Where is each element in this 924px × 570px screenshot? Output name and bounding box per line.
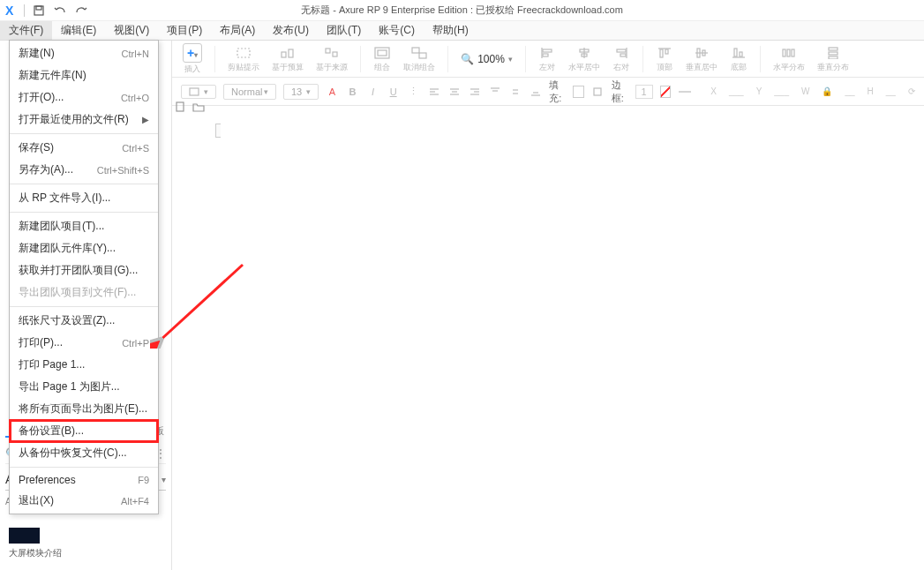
- page-icon[interactable]: [175, 101, 185, 115]
- style-select[interactable]: Normal▾: [223, 84, 276, 100]
- filemenu-item[interactable]: 将所有页面导出为图片(E)...: [10, 398, 158, 420]
- svg-rect-51: [594, 88, 601, 95]
- valign-mid-icon[interactable]: [508, 83, 522, 101]
- menu-arrange[interactable]: 布局(A): [211, 21, 264, 40]
- menu-edit[interactable]: 编辑(E): [52, 21, 105, 40]
- fontcolor-button[interactable]: A: [326, 83, 339, 101]
- filemenu-item[interactable]: 新建团队元件库(Y)...: [10, 237, 158, 259]
- svg-rect-22: [665, 49, 668, 54]
- svg-rect-8: [378, 50, 387, 56]
- widget-thumbnail[interactable]: [9, 528, 40, 544]
- align-hcenter[interactable]: 水平居中: [568, 45, 600, 73]
- menu-account[interactable]: 账号(C): [370, 21, 424, 40]
- dim-x: X: [710, 86, 717, 96]
- dim-h: H: [868, 86, 874, 96]
- svg-rect-18: [617, 49, 626, 52]
- align-left-text-icon[interactable]: [427, 83, 440, 101]
- bold-button[interactable]: B: [346, 83, 359, 101]
- menu-project[interactable]: 项目(P): [158, 21, 211, 40]
- svg-rect-3: [282, 52, 286, 57]
- svg-rect-12: [543, 49, 552, 52]
- dim-y: Y: [756, 86, 762, 96]
- align-right-text-icon[interactable]: [468, 83, 481, 101]
- tool-ungroup[interactable]: 取消组合: [403, 45, 435, 73]
- rotate-icon[interactable]: ⟳: [908, 86, 915, 96]
- filemenu-item[interactable]: 打开最近使用的文件(R)▶: [10, 109, 158, 131]
- svg-rect-9: [412, 48, 419, 53]
- border-swatch[interactable]: [660, 86, 672, 98]
- undo-icon[interactable]: [52, 3, 68, 19]
- shape-select[interactable]: ▾: [181, 85, 216, 99]
- underline-button[interactable]: U: [387, 83, 400, 101]
- tool-source[interactable]: 基于来源: [316, 45, 348, 73]
- filemenu-item[interactable]: 打开(O)...Ctrl+O: [10, 86, 158, 109]
- filemenu-item[interactable]: 保存(S)Ctrl+S: [10, 137, 158, 159]
- menu-publish[interactable]: 发布(U): [264, 21, 318, 40]
- valign-top-icon[interactable]: [488, 83, 501, 101]
- tool-budget[interactable]: 基于预算: [272, 45, 304, 73]
- align-right[interactable]: 右对: [612, 45, 630, 73]
- svg-rect-30: [787, 49, 790, 56]
- align-top[interactable]: 顶部: [656, 45, 673, 73]
- svg-rect-33: [829, 52, 838, 55]
- filemenu-item[interactable]: 打印 Page 1...: [10, 354, 158, 376]
- distribute-h[interactable]: 水平分布: [773, 45, 805, 73]
- distribute-v[interactable]: 垂直分布: [817, 45, 849, 73]
- chevron-down-icon: ▾: [162, 475, 166, 484]
- filemenu-item[interactable]: PreferencesF9: [10, 470, 158, 490]
- menu-view[interactable]: 视图(V): [105, 21, 158, 40]
- fill-swatch[interactable]: [573, 86, 584, 98]
- lock-icon[interactable]: 🔒: [822, 86, 832, 96]
- separator: [214, 46, 215, 72]
- redo-icon[interactable]: [73, 3, 89, 19]
- menu-team[interactable]: 团队(T): [318, 21, 370, 40]
- svg-rect-19: [620, 54, 626, 56]
- svg-rect-32: [829, 48, 838, 50]
- svg-rect-2: [237, 49, 250, 57]
- folder-icon[interactable]: [192, 101, 205, 115]
- svg-rect-10: [419, 53, 426, 58]
- filemenu-item[interactable]: 导出 Page 1 为图片...: [10, 376, 158, 398]
- filemenu-item[interactable]: 获取并打开团队项目(G)...: [10, 259, 158, 281]
- filemenu-item[interactable]: 备份设置(B)...: [10, 420, 158, 442]
- widget-label: 大屏模块介绍: [9, 547, 62, 559]
- dim-w: W: [801, 86, 809, 96]
- window-title: 无标题 - Axure RP 9 Enterprise Edition : 已授…: [301, 4, 623, 17]
- filemenu-item[interactable]: 纸张尺寸及设置(Z)...: [10, 310, 158, 332]
- align-bottom[interactable]: 底部: [730, 45, 747, 73]
- tool-clip[interactable]: 剪贴提示: [228, 45, 259, 73]
- filemenu-item[interactable]: 新建元件库(N): [10, 64, 158, 86]
- save-icon[interactable]: [31, 3, 47, 19]
- filemenu-item[interactable]: 从 RP 文件导入(I)...: [10, 187, 158, 209]
- filemenu-item[interactable]: 另存为(A)...Ctrl+Shift+S: [10, 159, 158, 181]
- align-center-text-icon[interactable]: [447, 83, 461, 101]
- filemenu-item[interactable]: 打印(P)...Ctrl+P: [10, 332, 158, 354]
- zoom-control[interactable]: 🔍 100% ▾: [461, 53, 513, 65]
- fill-more-icon[interactable]: [591, 83, 605, 101]
- separator: [642, 46, 643, 72]
- svg-rect-5: [326, 49, 330, 53]
- menu-file[interactable]: 文件(F): [0, 21, 52, 40]
- insert-label: 插入: [184, 64, 200, 75]
- svg-rect-6: [333, 52, 337, 56]
- format-toolbar: ▾ Normal▾ 13▾ A B I U ⋮ 填充: 边框: 1 X___ Y…: [172, 78, 924, 106]
- filemenu-item[interactable]: 退出(X)Alt+F4: [10, 490, 158, 512]
- filemenu-item[interactable]: 从备份中恢复文件(C)...: [10, 442, 158, 464]
- filemenu-item[interactable]: 新建(N)Ctrl+N: [10, 42, 158, 64]
- italic-button[interactable]: I: [366, 83, 379, 101]
- svg-rect-1: [36, 6, 41, 10]
- border-style-icon[interactable]: [678, 83, 691, 101]
- menu-help[interactable]: 帮助(H): [424, 21, 477, 40]
- tool-group[interactable]: 组合: [373, 45, 391, 73]
- valign-bot-icon[interactable]: [529, 83, 542, 101]
- svg-rect-21: [660, 49, 663, 57]
- svg-rect-34: [829, 56, 838, 59]
- align-vcenter[interactable]: 垂直居中: [686, 45, 717, 73]
- align-left[interactable]: 左对: [538, 45, 556, 73]
- more-text-icon[interactable]: ⋮: [407, 83, 420, 101]
- insert-button[interactable]: +▾ 插入: [183, 43, 202, 75]
- border-width[interactable]: 1: [635, 85, 653, 99]
- canvas[interactable]: [221, 106, 924, 570]
- filemenu-item[interactable]: 新建团队项目(T)...: [10, 215, 158, 237]
- fontsize-select[interactable]: 13▾: [283, 84, 319, 100]
